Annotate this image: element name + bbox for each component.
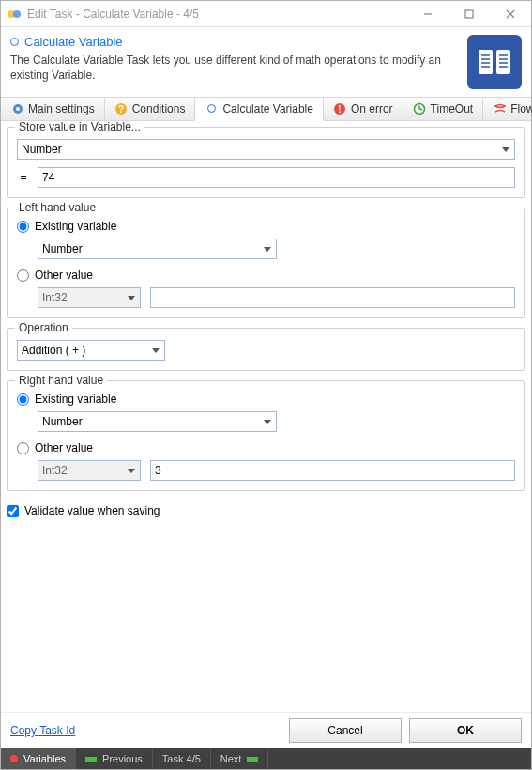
tab-flow[interactable]: Flow <box>483 98 532 120</box>
footer: Copy Task Id Cancel OK <box>1 712 531 748</box>
page-title-text: Calculate Variable <box>24 35 123 49</box>
operation-input[interactable] <box>17 340 165 361</box>
right-other-value-input[interactable] <box>150 460 515 481</box>
svg-point-17 <box>16 107 20 111</box>
svg-line-24 <box>419 109 422 110</box>
right-variable-input[interactable] <box>38 411 277 432</box>
status-previous[interactable]: Previous <box>76 748 153 769</box>
page-title: Calculate Variable <box>10 35 460 49</box>
status-label: Variables <box>23 753 66 764</box>
status-task[interactable]: Task 4/5 <box>153 748 211 769</box>
red-dot-icon <box>10 755 18 762</box>
tab-timeout[interactable]: TimeOut <box>403 98 484 120</box>
left-variable-input[interactable] <box>38 239 277 259</box>
left-other-label: Other value <box>35 269 93 282</box>
status-variables[interactable]: Variables <box>1 748 76 769</box>
window-title: Edit Task - Calculate Variable - 4/5 <box>27 8 407 21</box>
left-variable-combo[interactable] <box>38 239 277 259</box>
copy-task-id-link[interactable]: Copy Task Id <box>10 724 75 737</box>
store-value-input[interactable] <box>38 167 515 188</box>
right-other-label: Other value <box>35 441 93 454</box>
left-type-input[interactable] <box>38 287 141 308</box>
left-other-value-input[interactable] <box>150 287 515 308</box>
tab-main-settings[interactable]: Main settings <box>1 98 105 120</box>
page-description: The Calculate Variable Task lets you use… <box>10 53 460 83</box>
left-legend: Left hand value <box>15 201 99 214</box>
green-bar-icon <box>247 757 258 762</box>
right-other-radio[interactable] <box>17 442 29 454</box>
bullet-icon <box>10 38 19 46</box>
store-legend: Store value in Variable... <box>15 121 144 133</box>
clock-icon <box>413 102 427 116</box>
status-label: Previous <box>102 753 143 764</box>
status-next[interactable]: Next <box>211 748 269 769</box>
operation-fieldset: Operation <box>7 328 525 371</box>
titlebar: Edit Task - Calculate Variable - 4/5 <box>1 1 531 27</box>
svg-text:?: ? <box>118 104 124 115</box>
left-fieldset: Left hand value Existing variable Other … <box>7 208 525 318</box>
maximize-button[interactable] <box>448 1 490 27</box>
validate-checkbox[interactable] <box>7 505 19 517</box>
tab-bar: Main settings ? Conditions Calculate Var… <box>1 97 531 121</box>
left-existing-label: Existing variable <box>35 220 116 233</box>
store-variable-combo[interactable] <box>17 139 515 160</box>
right-legend: Right hand value <box>15 374 107 387</box>
error-icon: ! <box>333 102 347 116</box>
ok-button[interactable]: OK <box>409 718 522 743</box>
svg-point-1 <box>13 10 21 18</box>
right-existing-radio[interactable] <box>17 393 29 406</box>
svg-rect-3 <box>465 10 473 18</box>
app-icon <box>7 7 22 22</box>
task-icon <box>467 35 522 89</box>
left-existing-radio[interactable] <box>17 221 29 233</box>
content: Store value in Variable... = Left hand v… <box>1 121 531 712</box>
equals-label: = <box>17 171 30 184</box>
cancel-button[interactable]: Cancel <box>289 718 402 743</box>
validate-label: Validate value when saving <box>24 504 160 517</box>
tab-conditions[interactable]: ? Conditions <box>105 98 196 120</box>
tab-label: Flow <box>510 102 532 116</box>
svg-rect-6 <box>479 50 493 74</box>
status-label: Task 4/5 <box>162 753 201 764</box>
right-existing-label: Existing variable <box>35 393 116 406</box>
bullet-icon <box>205 101 219 116</box>
gear-icon <box>10 102 24 116</box>
right-fieldset: Right hand value Existing variable Other… <box>7 380 525 491</box>
tab-label: Calculate Variable <box>222 102 313 116</box>
green-bar-icon <box>85 757 97 762</box>
header: Calculate Variable The Calculate Variabl… <box>1 27 531 97</box>
operation-legend: Operation <box>15 321 72 334</box>
right-variable-combo[interactable] <box>38 411 277 432</box>
left-type-combo[interactable] <box>38 287 141 308</box>
tab-label: TimeOut <box>431 102 474 116</box>
status-label: Next <box>220 753 242 764</box>
store-variable-input[interactable] <box>17 139 515 160</box>
svg-text:!: ! <box>339 104 342 115</box>
ok-label: OK <box>457 724 474 737</box>
right-type-input[interactable] <box>38 460 141 481</box>
tab-label: On error <box>351 102 393 116</box>
right-type-combo[interactable] <box>38 460 141 481</box>
tab-on-error[interactable]: ! On error <box>324 98 403 120</box>
tab-label: Conditions <box>132 102 186 116</box>
flow-icon <box>493 102 507 116</box>
question-icon: ? <box>114 102 129 116</box>
tab-label: Main settings <box>28 102 95 116</box>
tab-calculate-variable[interactable]: Calculate Variable <box>195 98 324 121</box>
svg-rect-7 <box>496 50 510 74</box>
window: Edit Task - Calculate Variable - 4/5 Cal… <box>0 0 532 770</box>
store-fieldset: Store value in Variable... = <box>7 127 525 198</box>
minimize-button[interactable] <box>407 1 448 27</box>
left-other-radio[interactable] <box>17 270 29 282</box>
close-button[interactable] <box>490 1 531 27</box>
operation-combo[interactable] <box>17 340 165 361</box>
statusbar: Variables Previous Task 4/5 Next <box>1 748 531 769</box>
